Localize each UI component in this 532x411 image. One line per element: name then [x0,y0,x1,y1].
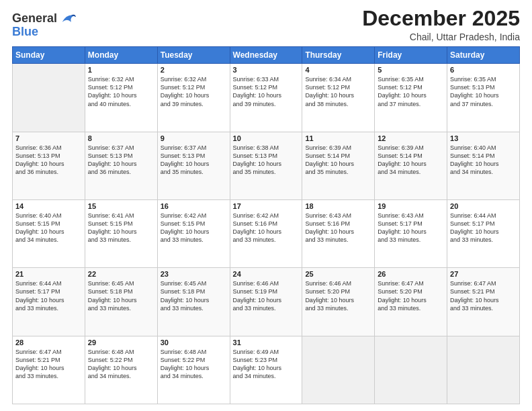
calendar-cell: 18Sunrise: 6:43 AM Sunset: 5:16 PM Dayli… [302,199,375,267]
day-number: 10 [233,134,300,142]
calendar-cell [302,336,375,404]
day-number: 4 [305,66,371,74]
logo-blue: Blue [12,25,38,38]
calendar-cell: 24Sunrise: 6:46 AM Sunset: 5:19 PM Dayli… [230,268,302,336]
day-detail: Sunrise: 6:48 AM Sunset: 5:22 PM Dayligh… [88,348,154,381]
calendar-cell: 11Sunrise: 6:39 AM Sunset: 5:14 PM Dayli… [302,132,375,199]
day-detail: Sunrise: 6:33 AM Sunset: 5:12 PM Dayligh… [233,75,300,108]
day-number: 1 [88,66,154,74]
calendar-cell: 9Sunrise: 6:37 AM Sunset: 5:13 PM Daylig… [157,132,230,199]
day-number: 15 [88,202,154,210]
day-detail: Sunrise: 6:32 AM Sunset: 5:12 PM Dayligh… [88,75,154,108]
weekday-header-row: SundayMondayTuesdayWednesdayThursdayFrid… [13,47,520,64]
calendar-cell: 27Sunrise: 6:47 AM Sunset: 5:21 PM Dayli… [447,268,520,336]
calendar-cell: 13Sunrise: 6:40 AM Sunset: 5:14 PM Dayli… [447,132,520,199]
day-number: 22 [88,270,154,278]
day-detail: Sunrise: 6:40 AM Sunset: 5:15 PM Dayligh… [15,212,82,244]
day-detail: Sunrise: 6:32 AM Sunset: 5:12 PM Dayligh… [161,75,227,108]
day-detail: Sunrise: 6:47 AM Sunset: 5:21 PM Dayligh… [450,279,517,312]
calendar-cell [375,336,447,404]
day-detail: Sunrise: 6:34 AM Sunset: 5:12 PM Dayligh… [305,75,371,108]
calendar-cell: 16Sunrise: 6:42 AM Sunset: 5:15 PM Dayli… [157,199,230,267]
day-number: 12 [378,134,444,142]
day-number: 19 [378,202,444,210]
day-number: 30 [161,338,227,347]
day-number: 18 [305,202,371,210]
day-detail: Sunrise: 6:39 AM Sunset: 5:14 PM Dayligh… [378,144,444,177]
calendar-cell: 17Sunrise: 6:42 AM Sunset: 5:16 PM Dayli… [230,199,302,267]
weekday-header-friday: Friday [375,47,447,64]
calendar-cell: 10Sunrise: 6:38 AM Sunset: 5:13 PM Dayli… [230,132,302,199]
day-number: 6 [450,66,517,74]
calendar-cell: 21Sunrise: 6:44 AM Sunset: 5:17 PM Dayli… [13,268,85,336]
day-detail: Sunrise: 6:48 AM Sunset: 5:22 PM Dayligh… [161,348,227,381]
calendar-cell: 12Sunrise: 6:39 AM Sunset: 5:14 PM Dayli… [375,132,447,199]
day-detail: Sunrise: 6:43 AM Sunset: 5:17 PM Dayligh… [378,212,444,244]
day-detail: Sunrise: 6:47 AM Sunset: 5:21 PM Dayligh… [15,348,82,381]
day-number: 20 [450,202,517,210]
calendar-cell: 4Sunrise: 6:34 AM Sunset: 5:12 PM Daylig… [302,64,375,132]
day-detail: Sunrise: 6:46 AM Sunset: 5:20 PM Dayligh… [305,279,371,312]
calendar-cell: 22Sunrise: 6:45 AM Sunset: 5:18 PM Dayli… [85,268,157,336]
day-detail: Sunrise: 6:49 AM Sunset: 5:23 PM Dayligh… [233,348,300,381]
day-number: 8 [88,134,154,142]
calendar-cell: 6Sunrise: 6:35 AM Sunset: 5:13 PM Daylig… [447,64,520,132]
location-subtitle: Chail, Uttar Pradesh, India [362,32,520,42]
calendar-cell: 30Sunrise: 6:48 AM Sunset: 5:22 PM Dayli… [157,336,230,404]
calendar-cell: 7Sunrise: 6:36 AM Sunset: 5:13 PM Daylig… [13,132,85,199]
calendar-cell: 20Sunrise: 6:44 AM Sunset: 5:17 PM Dayli… [447,199,520,267]
day-number: 31 [233,338,300,347]
day-detail: Sunrise: 6:47 AM Sunset: 5:20 PM Dayligh… [378,279,444,312]
day-number: 24 [233,270,300,278]
day-number: 27 [450,270,517,278]
weekday-header-monday: Monday [85,47,157,64]
day-detail: Sunrise: 6:45 AM Sunset: 5:18 PM Dayligh… [161,279,227,312]
calendar-week-row: 7Sunrise: 6:36 AM Sunset: 5:13 PM Daylig… [13,132,520,199]
logo-bird-icon [58,9,77,28]
day-number: 21 [15,270,82,278]
day-detail: Sunrise: 6:43 AM Sunset: 5:16 PM Dayligh… [305,212,371,244]
calendar-cell: 29Sunrise: 6:48 AM Sunset: 5:22 PM Dayli… [85,336,157,404]
day-number: 16 [161,202,227,210]
calendar-cell: 28Sunrise: 6:47 AM Sunset: 5:21 PM Dayli… [13,336,85,404]
calendar-cell: 25Sunrise: 6:46 AM Sunset: 5:20 PM Dayli… [302,268,375,336]
day-number: 17 [233,202,300,210]
calendar-cell: 31Sunrise: 6:49 AM Sunset: 5:23 PM Dayli… [230,336,302,404]
calendar-cell: 1Sunrise: 6:32 AM Sunset: 5:12 PM Daylig… [85,64,157,132]
weekday-header-tuesday: Tuesday [157,47,230,64]
logo: General Blue [12,9,77,39]
day-number: 23 [161,270,227,278]
calendar-cell [447,336,520,404]
day-detail: Sunrise: 6:36 AM Sunset: 5:13 PM Dayligh… [15,144,82,177]
day-detail: Sunrise: 6:44 AM Sunset: 5:17 PM Dayligh… [450,212,517,244]
calendar-cell: 19Sunrise: 6:43 AM Sunset: 5:17 PM Dayli… [375,199,447,267]
weekday-header-wednesday: Wednesday [230,47,302,64]
day-number: 9 [161,134,227,142]
month-year-title: December 2025 [362,7,520,30]
calendar-week-row: 21Sunrise: 6:44 AM Sunset: 5:17 PM Dayli… [13,268,520,336]
day-number: 3 [233,66,300,74]
calendar-cell: 26Sunrise: 6:47 AM Sunset: 5:20 PM Dayli… [375,268,447,336]
calendar-cell: 14Sunrise: 6:40 AM Sunset: 5:15 PM Dayli… [13,199,85,267]
calendar-cell: 3Sunrise: 6:33 AM Sunset: 5:12 PM Daylig… [230,64,302,132]
day-number: 5 [378,66,444,74]
day-number: 14 [15,202,82,210]
day-detail: Sunrise: 6:45 AM Sunset: 5:18 PM Dayligh… [88,279,154,312]
calendar-week-row: 14Sunrise: 6:40 AM Sunset: 5:15 PM Dayli… [13,199,520,267]
calendar-cell [13,64,85,132]
day-detail: Sunrise: 6:37 AM Sunset: 5:13 PM Dayligh… [161,144,227,177]
weekday-header-saturday: Saturday [447,47,520,64]
page: General Blue December 2025 Chail, Uttar … [0,0,532,411]
calendar-week-row: 1Sunrise: 6:32 AM Sunset: 5:12 PM Daylig… [13,64,520,132]
day-detail: Sunrise: 6:35 AM Sunset: 5:12 PM Dayligh… [378,75,444,108]
logo-general: General [12,12,57,26]
day-detail: Sunrise: 6:40 AM Sunset: 5:14 PM Dayligh… [450,144,517,177]
day-number: 26 [378,270,444,278]
day-detail: Sunrise: 6:44 AM Sunset: 5:17 PM Dayligh… [15,279,82,312]
day-number: 7 [15,134,82,142]
day-detail: Sunrise: 6:42 AM Sunset: 5:16 PM Dayligh… [233,212,300,244]
day-detail: Sunrise: 6:38 AM Sunset: 5:13 PM Dayligh… [233,144,300,177]
day-number: 29 [88,338,154,347]
day-detail: Sunrise: 6:35 AM Sunset: 5:13 PM Dayligh… [450,75,517,108]
day-number: 13 [450,134,517,142]
